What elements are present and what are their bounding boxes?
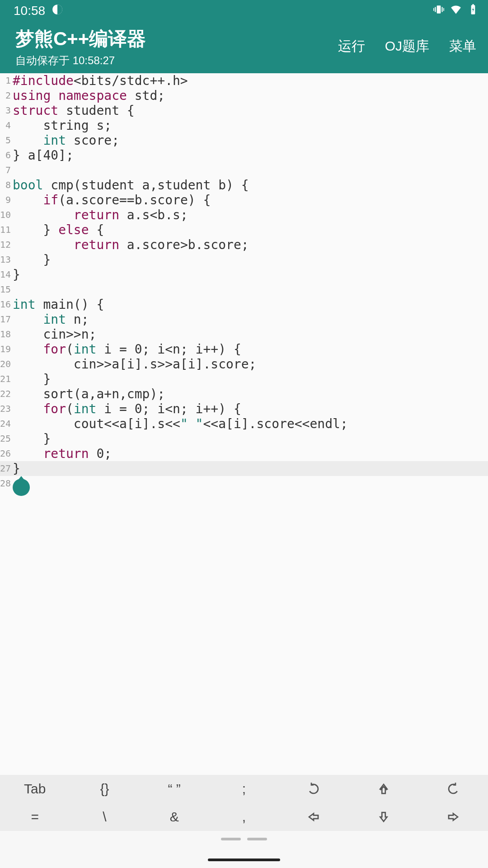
code-line[interactable]: 23 for(int i = 0; i<n; i++) {	[0, 401, 488, 416]
down-button[interactable]	[348, 803, 418, 831]
code-line[interactable]: 27}	[0, 461, 488, 476]
key-[interactable]: ,	[209, 803, 279, 831]
home-indicator[interactable]	[208, 859, 280, 861]
menu-button[interactable]: 菜单	[449, 37, 476, 56]
line-number: 10	[0, 208, 13, 222]
app-bar: 梦熊C++编译器 自动保存于 10:58:27 运行 OJ题库 菜单	[0, 22, 488, 73]
line-number: 27	[0, 461, 13, 476]
line-number: 26	[0, 446, 13, 461]
right-icon	[446, 810, 460, 824]
key-[interactable]: “ ”	[140, 775, 209, 803]
code-line[interactable]: 21 }	[0, 372, 488, 387]
line-number: 8	[0, 178, 13, 193]
line-number: 17	[0, 312, 13, 327]
line-number: 21	[0, 372, 13, 387]
down-icon	[377, 810, 390, 824]
line-number: 5	[0, 133, 13, 148]
code-line[interactable]: 25 }	[0, 431, 488, 446]
redo-icon	[446, 782, 460, 796]
status-time: 10:58	[14, 4, 45, 18]
code-line[interactable]: 5 int score;	[0, 133, 488, 148]
code-line[interactable]: 14}	[0, 267, 488, 282]
key-[interactable]: ;	[209, 775, 279, 803]
code-line[interactable]: 28	[0, 476, 488, 491]
right-button[interactable]	[418, 803, 488, 831]
line-number: 16	[0, 297, 13, 312]
code-line[interactable]: 8bool cmp(student a,student b) {	[0, 178, 488, 193]
left-icon	[307, 810, 320, 824]
left-button[interactable]	[279, 803, 348, 831]
key-[interactable]: {}	[70, 775, 139, 803]
code-line[interactable]: 2using namespace std;	[0, 88, 488, 103]
system-navbar	[0, 831, 488, 868]
code-line[interactable]: 17 int n;	[0, 312, 488, 327]
code-line[interactable]: 3struct student {	[0, 103, 488, 118]
up-icon	[377, 782, 390, 796]
code-editor[interactable]: 1#include<bits/stdc++.h>2using namespace…	[0, 73, 488, 775]
code-line[interactable]: 22 sort(a,a+n,cmp);	[0, 387, 488, 401]
line-number: 15	[0, 282, 13, 297]
up-button[interactable]	[348, 775, 418, 803]
line-number: 18	[0, 327, 13, 342]
cursor-handle[interactable]	[13, 479, 30, 496]
svg-rect-3	[442, 7, 443, 12]
code-line[interactable]: 16int main() {	[0, 297, 488, 312]
line-number: 2	[0, 88, 13, 103]
code-line[interactable]: 24 cout<<a[i].s<<" "<<a[i].score<<endl;	[0, 416, 488, 431]
svg-rect-4	[433, 8, 434, 11]
svg-rect-7	[472, 4, 474, 5]
line-number: 20	[0, 357, 13, 372]
svg-rect-2	[435, 7, 436, 12]
battery-icon	[467, 4, 479, 19]
svg-rect-1	[437, 5, 441, 13]
code-line[interactable]: 4 string s;	[0, 118, 488, 133]
autosave-label: 自动保存于 10:58:27	[15, 53, 146, 68]
line-number: 6	[0, 148, 13, 163]
app-title: 梦熊C++编译器	[15, 26, 146, 52]
undo-icon	[307, 782, 320, 796]
code-line[interactable]: 18 cin>>n;	[0, 327, 488, 342]
undo-button[interactable]	[279, 775, 348, 803]
run-button[interactable]: 运行	[338, 37, 365, 56]
line-number: 1	[0, 73, 13, 88]
recent-apps-pill[interactable]	[247, 838, 267, 840]
code-line[interactable]: 15	[0, 282, 488, 297]
recent-apps-pill[interactable]	[221, 838, 241, 840]
key-Tab[interactable]: Tab	[0, 775, 70, 803]
line-number: 12	[0, 237, 13, 252]
line-number: 28	[0, 476, 13, 491]
key-[interactable]: =	[0, 803, 70, 831]
vibrate-icon	[433, 4, 445, 19]
svg-rect-5	[443, 8, 444, 11]
code-line[interactable]: 12 return a.score>b.score;	[0, 237, 488, 252]
line-number: 13	[0, 252, 13, 267]
line-number: 25	[0, 431, 13, 446]
code-line[interactable]: 9 if(a.score==b.score) {	[0, 193, 488, 208]
key-[interactable]: \	[70, 803, 139, 831]
line-number: 11	[0, 222, 13, 237]
line-number: 4	[0, 118, 13, 133]
code-line[interactable]: 20 cin>>a[i].s>>a[i].score;	[0, 357, 488, 372]
code-line[interactable]: 19 for(int i = 0; i<n; i++) {	[0, 342, 488, 357]
app-indicator-icon	[52, 4, 63, 19]
code-line[interactable]: 13 }	[0, 252, 488, 267]
line-number: 22	[0, 387, 13, 401]
code-line[interactable]: 11 } else {	[0, 222, 488, 237]
line-number: 23	[0, 401, 13, 416]
code-line[interactable]: 7	[0, 163, 488, 178]
redo-button[interactable]	[418, 775, 488, 803]
code-line[interactable]: 10 return a.s<b.s;	[0, 208, 488, 222]
line-number: 24	[0, 416, 13, 431]
status-bar: 10:58	[0, 0, 488, 22]
line-number: 9	[0, 193, 13, 208]
line-number: 3	[0, 103, 13, 118]
line-number: 14	[0, 267, 13, 282]
keyboard-toolbar: Tab{}“ ”; =\&,	[0, 775, 488, 831]
wifi-icon	[450, 4, 462, 19]
code-line[interactable]: 1#include<bits/stdc++.h>	[0, 73, 488, 88]
code-line[interactable]: 26 return 0;	[0, 446, 488, 461]
line-number: 7	[0, 163, 13, 178]
key-[interactable]: &	[140, 803, 209, 831]
oj-button[interactable]: OJ题库	[385, 37, 429, 56]
code-line[interactable]: 6} a[40];	[0, 148, 488, 163]
